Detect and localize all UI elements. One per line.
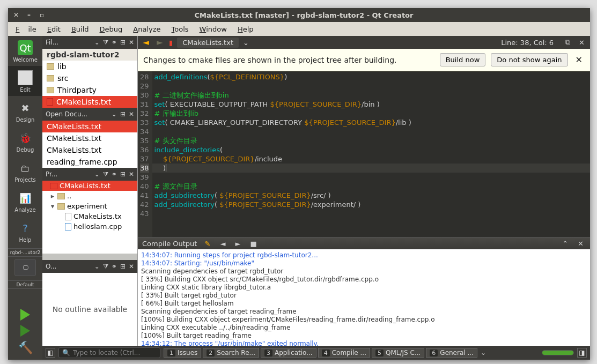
mode-debug[interactable]: 🐞Debug [8, 126, 42, 156]
next-icon[interactable]: ► [233, 240, 242, 248]
wand-icon[interactable]: ✎ [202, 240, 212, 248]
sidebar-toggle-icon[interactable]: ◧ [46, 348, 55, 358]
link-icon[interactable]: ⚭ [112, 170, 117, 178]
chevron-down-icon[interactable]: ⌄ [243, 39, 249, 47]
mode-design[interactable]: ✖Design [8, 96, 42, 126]
nav-fwd-icon[interactable]: ► [155, 38, 165, 47]
output-title: Compile Output [142, 240, 197, 248]
output-tab-6[interactable]: 6General ... [426, 348, 477, 358]
expand-icon[interactable]: ▸ [50, 192, 55, 200]
kit-project[interactable]: rgbd-...utor2 [8, 248, 42, 257]
expand-icon[interactable]: ⌃ [560, 240, 570, 248]
proj-up[interactable]: ▸.. [42, 191, 137, 201]
menu-analyze[interactable]: Analyze [129, 24, 165, 35]
menu-edit[interactable]: Edit [43, 24, 65, 35]
split-icon[interactable]: ⊞ [120, 170, 126, 178]
bottom-bar: ◧ 🔍 Type to locate (Ctrl... 1Issues2Sear… [42, 346, 590, 360]
opendoc-item[interactable]: CMakeLists.txt [42, 121, 137, 132]
menu-tools[interactable]: Tools [167, 24, 193, 35]
close-info-icon[interactable]: ✕ [573, 55, 585, 65]
minimize-icon[interactable]: – [25, 11, 33, 19]
menu-debug[interactable]: Debug [95, 24, 127, 35]
file-icon: ▮ [169, 39, 173, 47]
folder-src[interactable]: src [42, 72, 137, 84]
chevron-down-icon[interactable]: ⌄ [481, 349, 486, 356]
help-icon: ? [18, 220, 33, 235]
search-icon: 🔍 [62, 349, 70, 356]
collapse-icon[interactable]: ▾ [50, 202, 55, 210]
outline-pane: No outline available [42, 273, 137, 346]
close-icon[interactable]: ✕ [129, 170, 134, 178]
sidebar-right-toggle-icon[interactable]: ◨ [577, 348, 587, 358]
menu-file[interactable]: File [11, 24, 41, 35]
build-button[interactable]: 🔨 [18, 341, 33, 354]
proj-helloslam[interactable]: helloslam.cpp [42, 221, 137, 232]
folder-icon [47, 63, 54, 70]
mode-analyze[interactable]: 📊Analyze [8, 186, 42, 216]
mode-bar: QtWelcome Edit ✖Design 🐞Debug 🗀Projects … [8, 36, 42, 360]
link-icon[interactable]: ⚭ [112, 263, 117, 270]
scrollbar[interactable] [42, 254, 137, 260]
proj-cmakelists[interactable]: CMakeLists.tx [42, 211, 137, 221]
compile-output[interactable]: 14:34:07: Running steps for project rgbd… [138, 249, 590, 346]
opendoc-item[interactable]: CMakeLists.txt [42, 132, 137, 144]
opendoc-item[interactable]: reading_frame.cpp [42, 156, 137, 168]
filter-icon[interactable]: ⧩ [103, 170, 108, 178]
filter-icon[interactable]: ⧩ [103, 39, 108, 46]
split-icon[interactable]: ⊞ [120, 110, 126, 118]
link-icon[interactable]: ⚭ [112, 39, 117, 46]
file-dropdown[interactable]: CMakeLists.txt [177, 38, 239, 48]
chevron-down-icon[interactable]: ⌄ [94, 170, 100, 178]
folder-thirdparty[interactable]: Thirdparty [42, 84, 137, 96]
chevron-down-icon[interactable]: ⌄ [112, 110, 117, 118]
menu-help[interactable]: Help [233, 24, 258, 35]
menu-window[interactable]: Window [195, 24, 231, 35]
nav-back-icon[interactable]: ◄ [141, 38, 151, 47]
mode-help[interactable]: ?Help [8, 216, 42, 246]
close-icon[interactable]: ✕ [129, 263, 134, 270]
progress-bar [542, 350, 574, 355]
code-editor[interactable]: 28293031323334353637383940414243 add_def… [138, 71, 590, 237]
close-output-icon[interactable]: ✕ [576, 240, 586, 248]
opendocs-header: Open Docu... ⌄ ⊞ ✕ [42, 108, 137, 121]
menu-build[interactable]: Build [67, 24, 93, 35]
close-icon[interactable]: ✕ [12, 11, 20, 19]
mode-edit[interactable]: Edit [8, 66, 42, 96]
mode-welcome[interactable]: QtWelcome [8, 36, 42, 66]
prev-icon[interactable]: ◄ [218, 240, 227, 248]
close-icon[interactable]: ✕ [129, 39, 134, 46]
line-gutter: 28293031323334353637383940414243 [138, 71, 152, 237]
output-tab-5[interactable]: 5QML/JS C... [372, 348, 424, 358]
titlebar: ✕ – ▫ CMakeLists.txt [master] - rgbd-sla… [8, 8, 590, 22]
file-cmakelists[interactable]: CMakeLists.txt [42, 96, 137, 108]
code-lines[interactable]: add_definitions(${PCL_DEFINITIONS}) # 二进… [152, 71, 590, 237]
output-tab-1[interactable]: 1Issues [164, 348, 201, 358]
proj-root[interactable]: CMakeLists.txt [42, 181, 137, 191]
proj-experiment[interactable]: ▾experiment [42, 201, 137, 211]
output-tab-4[interactable]: 4Compile ... [318, 348, 370, 358]
build-now-button[interactable]: Build now [440, 53, 486, 66]
run-button[interactable] [20, 309, 30, 321]
kit-selector[interactable]: 🖵 [14, 259, 36, 276]
maximize-icon[interactable]: ▫ [38, 11, 46, 19]
split-icon[interactable]: ⊞ [120, 263, 126, 270]
split-icon[interactable]: ⊞ [120, 39, 126, 46]
mode-projects[interactable]: 🗀Projects [8, 156, 42, 186]
chevron-down-icon[interactable]: ⌄ [94, 263, 100, 270]
opendoc-item[interactable]: CMakeLists.txt [42, 144, 137, 156]
output-tab-3[interactable]: 3Applicatio... [261, 348, 316, 358]
chevron-down-icon[interactable]: ⌄ [94, 39, 100, 46]
close-icon[interactable]: ✕ [129, 110, 134, 118]
project-root[interactable]: rgbd-slam-tutor2 [42, 49, 137, 61]
output-tab-2[interactable]: 2Search Re... [203, 348, 259, 358]
debug-run-button[interactable] [20, 325, 30, 337]
folder-lib[interactable]: lib [42, 61, 137, 72]
split-icon[interactable]: ⧉ [563, 38, 572, 47]
info-bar: Changes to cmake files are shown in the … [138, 49, 590, 71]
hide-info-button[interactable]: Do not show again [491, 53, 567, 66]
info-message: Changes to cmake files are shown in the … [143, 56, 434, 64]
close-editor-icon[interactable]: ✕ [577, 39, 587, 47]
filter-icon[interactable]: ⧩ [103, 263, 108, 270]
stop-icon[interactable]: ■ [248, 240, 259, 248]
locator-input[interactable]: 🔍 Type to locate (Ctrl... [58, 347, 160, 358]
